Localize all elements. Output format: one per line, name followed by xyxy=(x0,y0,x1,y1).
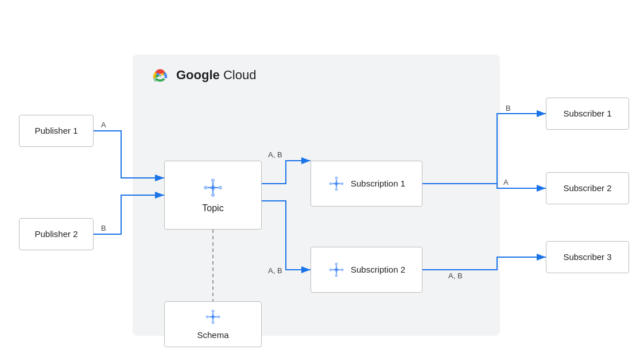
publisher2-box: Publisher 2 xyxy=(19,218,94,250)
svg-point-35 xyxy=(335,262,337,265)
subscription2-label: Subscription 2 xyxy=(351,265,405,274)
cloud-panel: Google Cloud Topic xyxy=(133,55,500,336)
publisher2-label: Publisher 2 xyxy=(34,229,77,239)
svg-point-32 xyxy=(335,268,337,270)
subscriber2-label: Subscriber 2 xyxy=(563,183,611,193)
svg-point-12 xyxy=(212,316,214,318)
publisher1-box: Publisher 1 xyxy=(19,115,94,147)
svg-point-36 xyxy=(335,274,337,277)
svg-point-14 xyxy=(218,316,220,319)
svg-point-22 xyxy=(335,182,337,184)
subscription1-label: Subscription 1 xyxy=(351,178,405,188)
svg-point-34 xyxy=(340,268,343,271)
sub1-subscriber2-label: A xyxy=(503,178,509,187)
svg-point-26 xyxy=(335,188,337,191)
topic-pubsub-icon xyxy=(202,177,224,199)
google-text: Google xyxy=(176,68,220,82)
svg-point-15 xyxy=(212,310,215,313)
pub1-arrow-label: A xyxy=(101,121,106,129)
subscriber3-box: Subscriber 3 xyxy=(546,241,629,273)
subscriber1-box: Subscriber 1 xyxy=(546,98,629,130)
schema-pubsub-icon xyxy=(204,308,222,325)
subscription1-box: Subscription 1 xyxy=(311,161,422,207)
subscriber2-box: Subscriber 2 xyxy=(546,172,629,204)
google-cloud-text: Google Cloud xyxy=(176,68,256,83)
topic-label: Topic xyxy=(202,203,223,214)
schema-label: Schema xyxy=(197,330,228,340)
subscriber1-label: Subscriber 1 xyxy=(563,108,611,118)
sub1-subscriber1-label: B xyxy=(506,104,511,112)
svg-point-23 xyxy=(329,182,332,185)
svg-point-3 xyxy=(204,185,207,189)
topic-box: Topic xyxy=(164,161,262,230)
pub2-arrow-label: B xyxy=(101,224,106,232)
subscription2-box: Subscription 2 xyxy=(311,247,422,293)
cloud-text: Cloud xyxy=(223,68,256,82)
svg-point-24 xyxy=(340,182,343,185)
svg-point-6 xyxy=(211,193,215,196)
svg-point-2 xyxy=(211,186,215,189)
svg-point-5 xyxy=(211,178,215,182)
google-cloud-logo: Google Cloud xyxy=(150,65,256,86)
svg-point-33 xyxy=(329,268,332,271)
subscription1-pubsub-icon xyxy=(328,175,345,192)
svg-point-4 xyxy=(219,185,222,189)
svg-point-16 xyxy=(212,321,215,324)
subscription2-pubsub-icon xyxy=(328,261,345,278)
schema-box: Schema xyxy=(164,301,262,347)
subscriber3-label: Subscriber 3 xyxy=(563,252,611,262)
svg-point-13 xyxy=(206,316,209,319)
svg-point-25 xyxy=(335,176,337,179)
google-cloud-icon xyxy=(150,65,170,86)
diagram-container: Google Cloud Topic xyxy=(6,9,638,353)
publisher1-label: Publisher 1 xyxy=(34,126,77,135)
